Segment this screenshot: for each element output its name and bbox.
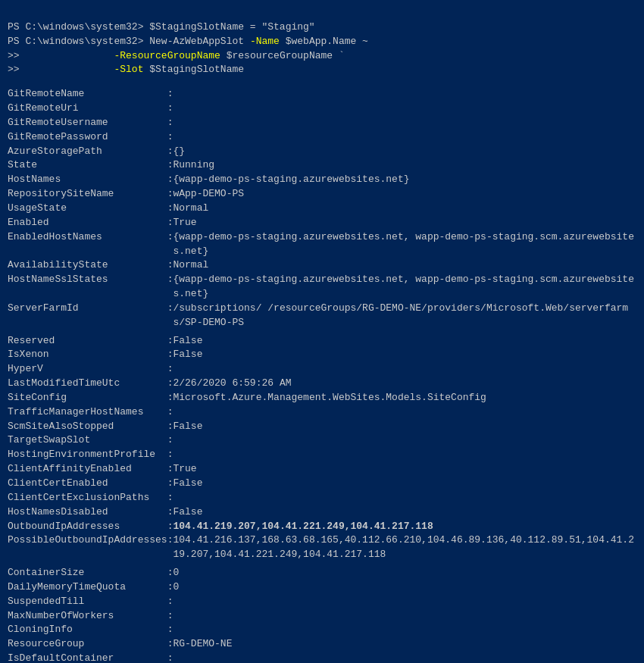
output-sep: : <box>167 505 174 520</box>
output-key: PossibleOutboundIpAddresses <box>8 533 167 562</box>
output-sep: : <box>167 637 174 652</box>
table-row: SuspendedTill: <box>8 595 636 609</box>
output-key: SiteConfig <box>8 391 167 405</box>
cmd2-cont: ~ <box>362 36 368 47</box>
output-key: RepositorySiteName <box>8 187 167 202</box>
output-value: False <box>173 420 636 434</box>
output-value: False <box>173 477 636 491</box>
table-row: IsDefaultContainer: <box>8 652 636 663</box>
output-sep: : <box>167 609 174 624</box>
output-sep: : <box>167 145 174 159</box>
output-sep: : <box>167 405 174 420</box>
output-value: /subscriptions/ /resourceGroups/RG-DEMO-… <box>173 302 636 330</box>
output-value: {} <box>173 145 636 159</box>
output-value: False <box>173 348 636 362</box>
output-key: HostNames <box>8 173 167 187</box>
output-sep: : <box>167 230 174 259</box>
output-sep: : <box>167 433 174 448</box>
output-value <box>173 609 636 624</box>
output-sep: : <box>167 273 174 302</box>
table-row: ScmSiteAlsoStopped: False <box>8 420 636 434</box>
table-row: ClientCertEnabled: False <box>8 477 636 491</box>
cmd2-part1: New-AzWebAppSlot <box>143 36 249 47</box>
output-key: IsDefaultContainer <box>8 652 167 663</box>
output-value: 104.41.216.137,168.63.68.165,40.112.66.2… <box>173 533 636 562</box>
output-sep: : <box>167 477 174 491</box>
output-key: CloningInfo <box>8 623 167 637</box>
table-row: ClientCertExclusionPaths: <box>8 491 636 505</box>
output-key: State <box>8 158 167 173</box>
output-table: GitRemoteName: GitRemoteUri: GitRemoteUs… <box>8 87 636 663</box>
output-value: Normal <box>173 202 636 216</box>
output-value <box>173 595 636 609</box>
table-row: AzureStoragePath: {} <box>8 145 636 159</box>
cmd2-param1: -Name <box>250 36 280 47</box>
output-value: {wapp-demo-ps-staging.azurewebsites.net,… <box>173 230 636 259</box>
output-value: False <box>173 505 636 520</box>
table-row: GitRemoteUsername: <box>8 116 636 130</box>
output-value: Microsoft.Azure.Management.WebSites.Mode… <box>173 391 636 405</box>
table-row: TrafficManagerHostNames: <box>8 405 636 420</box>
table-row: GitRemoteName: <box>8 87 636 102</box>
output-sep: : <box>167 348 174 362</box>
output-key: ClientCertEnabled <box>8 477 167 491</box>
table-row: Enabled: True <box>8 216 636 230</box>
output-key: ContainerSize <box>8 566 167 580</box>
output-sep: : <box>167 377 174 391</box>
output-key: HyperV <box>8 362 167 377</box>
output-sep: : <box>167 391 174 405</box>
cmd2-cont2: ` <box>339 50 345 61</box>
output-sep: : <box>167 595 174 609</box>
output-key: OutboundIpAddresses <box>8 520 167 534</box>
output-value: wApp-DEMO-PS <box>173 187 636 202</box>
output-value <box>173 652 636 663</box>
table-row: OutboundIpAddresses: 104.41.219.207,104.… <box>8 520 636 534</box>
prompt1: PS C:\windows\system32> <box>8 21 143 33</box>
output-value: False <box>173 334 636 349</box>
prompt-line1: PS C:\windows\system32> $StagingSlotName… <box>8 21 315 33</box>
output-key: TrafficManagerHostNames <box>8 405 167 420</box>
output-key: GitRemoteName <box>8 87 167 102</box>
table-row: AvailabilityState: Normal <box>8 258 636 273</box>
output-key: ServerFarmId <box>8 302 167 330</box>
table-row: CloningInfo: <box>8 623 636 637</box>
output-sep: : <box>167 202 174 216</box>
output-sep: : <box>167 187 174 202</box>
output-value <box>173 405 636 420</box>
output-key: DailyMemoryTimeQuota <box>8 580 167 595</box>
cmd2-val3: $StagingSlotName <box>143 64 244 75</box>
output-value: 104.41.219.207,104.41.221.249,104.41.217… <box>173 520 636 534</box>
output-key: ClientCertExclusionPaths <box>8 491 167 505</box>
output-value <box>173 116 636 130</box>
output-value <box>173 623 636 637</box>
output-key: GitRemoteUri <box>8 102 167 116</box>
output-key: GitRemotePassword <box>8 130 167 145</box>
output-sep: : <box>167 652 174 663</box>
output-value <box>173 102 636 116</box>
prompt2: PS C:\windows\system32> <box>8 36 143 47</box>
output-key: HostingEnvironmentProfile <box>8 448 167 462</box>
table-row: LastModifiedTimeUtc: 2/26/2020 6:59:26 A… <box>8 377 636 391</box>
output-key: SuspendedTill <box>8 595 167 609</box>
output-key: AzureStoragePath <box>8 145 167 159</box>
prompt-gt2: >> <box>8 64 20 75</box>
output-value <box>173 448 636 462</box>
output-key: HostNamesDisabled <box>8 505 167 520</box>
output-value <box>173 433 636 448</box>
table-row: GitRemoteUri: <box>8 102 636 116</box>
output-value <box>173 130 636 145</box>
output-value: True <box>173 216 636 230</box>
output-sep: : <box>167 334 174 349</box>
prompt-line2: PS C:\windows\system32> New-AzWebAppSlot… <box>8 36 368 47</box>
cmd2-param3: -Slot <box>114 64 143 75</box>
output-value: {wapp-demo-ps-staging.azurewebsites.net} <box>173 173 636 187</box>
cmd1: $StagingSlotName = "Staging" <box>143 21 314 33</box>
output-sep: : <box>167 520 174 534</box>
output-key: LastModifiedTimeUtc <box>8 377 167 391</box>
output-key: MaxNumberOfWorkers <box>8 609 167 624</box>
output-sep: : <box>167 448 174 462</box>
output-sep: : <box>167 158 174 173</box>
output-key: HostNameSslStates <box>8 273 167 302</box>
table-row: MaxNumberOfWorkers: <box>8 609 636 624</box>
output-key: Reserved <box>8 334 167 349</box>
